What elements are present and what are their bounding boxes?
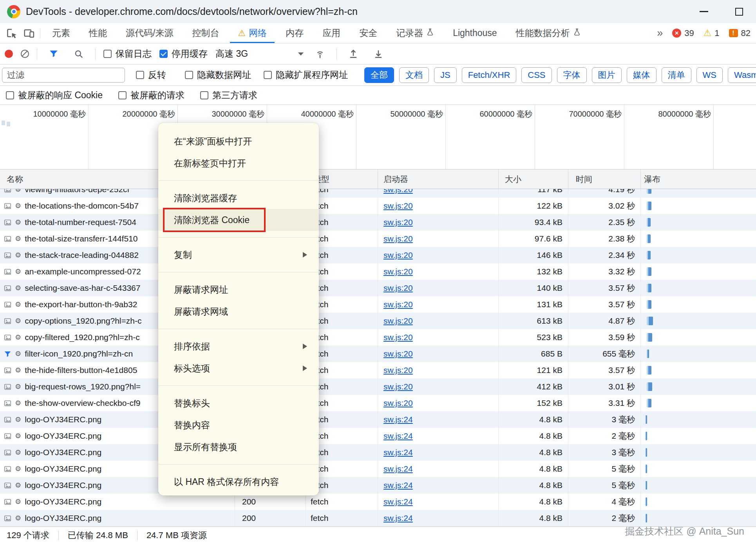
blocked-requests-checkbox[interactable]: 被屏蔽的请求	[118, 89, 184, 101]
throttling-select[interactable]: 高速 3G	[215, 48, 304, 60]
initiator-link[interactable]: sw.js:20	[383, 349, 413, 358]
request-row[interactable]: ⚙the-stack-trace-leading-044882fetchsw.j…	[0, 247, 756, 263]
initiator-link[interactable]: sw.js:20	[383, 366, 413, 375]
initiator-link[interactable]: sw.js:20	[383, 250, 413, 260]
context-menu-item[interactable]: 在新标签页中打开	[158, 152, 319, 174]
inspect-icon[interactable]	[3, 23, 20, 43]
request-row[interactable]: ⚙copy-options_1920.png?hl=zh-cfetchsw.js…	[0, 313, 756, 329]
error-badge[interactable]: × 39	[672, 28, 694, 38]
initiator-link[interactable]: sw.js:20	[383, 333, 413, 342]
tab-控制台[interactable]: 控制台	[183, 23, 228, 43]
record-button[interactable]	[5, 50, 13, 58]
initiator-link[interactable]: sw.js:20	[383, 234, 413, 243]
type-filter-图片[interactable]: 图片	[592, 67, 622, 83]
initiator-link[interactable]: sw.js:20	[383, 300, 413, 309]
filter-input[interactable]	[2, 68, 125, 83]
tab-性能[interactable]: 性能	[80, 23, 116, 43]
request-row[interactable]: ⚙selecting-save-as-har-c-543367fetchsw.j…	[0, 280, 756, 296]
initiator-link[interactable]: sw.js:24	[383, 431, 413, 441]
context-menu-item[interactable]: 显示所有替换项	[158, 436, 319, 458]
initiator-link[interactable]: sw.js:20	[383, 316, 413, 326]
context-menu-item[interactable]: 在“来源”面板中打开	[158, 130, 319, 152]
initiator-link[interactable]: sw.js:20	[383, 267, 413, 276]
tab-Lighthouse[interactable]: Lighthouse	[443, 23, 506, 43]
tab-性能数据分析[interactable]: 性能数据分析	[506, 23, 590, 43]
request-row[interactable]: ⚙logo-OYJ34ERC.pngfetchsw.js:244.8 kB2 毫…	[0, 428, 756, 444]
request-row[interactable]: ⚙filter-icon_1920.png?hl=zh-cnfetchsw.js…	[0, 346, 756, 362]
initiator-link[interactable]: sw.js:20	[383, 398, 413, 408]
type-filter-Wasm[interactable]: Wasm	[728, 67, 756, 83]
column-header-waterfall[interactable]: 瀑布	[641, 169, 756, 189]
search-icon[interactable]	[70, 49, 87, 59]
initiator-link[interactable]: sw.js:24	[383, 497, 413, 506]
request-row[interactable]: ⚙logo-OYJ34ERC.png200fetchsw.js:244.8 kB…	[0, 494, 756, 510]
context-menu-item[interactable]: 屏蔽请求网址	[158, 279, 319, 301]
type-filter-全部[interactable]: 全部	[364, 67, 394, 83]
clear-button[interactable]	[21, 50, 29, 58]
type-filter-CSS[interactable]: CSS	[521, 67, 552, 83]
initiator-link[interactable]: sw.js:24	[383, 448, 413, 457]
type-filter-WS[interactable]: WS	[696, 67, 723, 83]
column-header-size[interactable]: 大小	[499, 169, 568, 189]
filter-toggle-icon[interactable]	[45, 49, 62, 59]
request-row[interactable]: ⚙logo-OYJ34ERC.pngfetchsw.js:244.8 kB5 毫…	[0, 461, 756, 477]
initiator-link[interactable]: sw.js:20	[383, 283, 413, 293]
disable-cache-checkbox[interactable]: 停用缓存	[159, 48, 208, 60]
initiator-link[interactable]: sw.js:20	[383, 382, 413, 391]
minimize-button[interactable]	[698, 6, 710, 18]
type-filter-清单[interactable]: 清单	[662, 67, 691, 83]
tab-安全[interactable]: 安全	[350, 23, 387, 43]
context-menu-item[interactable]: 替换内容	[158, 414, 319, 436]
tab-记录器[interactable]: 记录器	[387, 23, 443, 43]
request-row[interactable]: ⚙logo-OYJ34ERC.pngfetchsw.js:244.8 kB5 毫…	[0, 477, 756, 494]
request-row[interactable]: ⚙viewing-initiators-depe-252cffetchsw.js…	[0, 189, 756, 198]
type-filter-文档[interactable]: 文档	[399, 67, 429, 83]
hide-data-urls-checkbox[interactable]: 隐藏数据网址	[185, 69, 251, 81]
request-row[interactable]: ⚙the-hide-filters-button-4e1d805fetchsw.…	[0, 362, 756, 378]
request-row[interactable]: ⚙the-locations-the-domcon-54b7fetchsw.js…	[0, 198, 756, 214]
more-tabs-icon[interactable]: »	[657, 27, 663, 39]
third-party-checkbox[interactable]: 第三方请求	[200, 89, 257, 101]
context-menu-item[interactable]: 屏蔽请求网域	[158, 301, 319, 322]
initiator-link[interactable]: sw.js:24	[383, 464, 413, 474]
blocked-cookies-checkbox[interactable]: 被屏蔽的响应 Cookie	[6, 89, 103, 101]
tab-元素[interactable]: 元素	[43, 23, 80, 43]
column-header-time[interactable]: 时间	[568, 169, 641, 189]
tab-应用[interactable]: 应用	[313, 23, 350, 43]
request-row[interactable]: ⚙logo-OYJ34ERC.pngfetchsw.js:244.8 kB3 毫…	[0, 444, 756, 461]
export-har-icon[interactable]	[370, 49, 387, 59]
request-row[interactable]: ⚙the-total-size-transferr-144f510fetchsw…	[0, 231, 756, 247]
context-menu-item[interactable]: 清除浏览器缓存	[158, 187, 319, 209]
context-menu-item[interactable]: 替换标头	[158, 392, 319, 414]
invert-checkbox[interactable]: 反转	[136, 69, 166, 81]
hide-extension-urls-checkbox[interactable]: 隐藏扩展程序网址	[264, 69, 348, 81]
tab-网络[interactable]: ⚠网络	[228, 23, 276, 43]
context-menu-item[interactable]: 排序依据	[158, 335, 319, 357]
initiator-link[interactable]: sw.js:24	[383, 513, 413, 523]
device-toolbar-icon[interactable]	[20, 23, 38, 43]
request-row[interactable]: ⚙the-total-number-request-7504fetchsw.js…	[0, 214, 756, 231]
context-menu-item[interactable]: 标头选项	[158, 357, 319, 379]
context-menu-item[interactable]: 复制	[158, 244, 319, 266]
request-row[interactable]: ⚙big-request-rows_1920.png?hl=fetchsw.js…	[0, 378, 756, 395]
import-har-icon[interactable]	[345, 49, 362, 59]
warning-badge[interactable]: ⚠ 1	[704, 28, 720, 38]
request-row[interactable]: ⚙the-show-overview-checkbo-cf9fetchsw.js…	[0, 395, 756, 411]
tab-内存[interactable]: 内存	[276, 23, 313, 43]
initiator-link[interactable]: sw.js:20	[383, 218, 413, 227]
timeline-overview[interactable]: 10000000 毫秒20000000 毫秒30000000 毫秒4000000…	[0, 105, 756, 169]
request-row[interactable]: ⚙logo-OYJ34ERC.png200fetchsw.js:244.8 kB…	[0, 510, 756, 526]
request-row[interactable]: ⚙the-export-har-button-th-9ab32fetchsw.j…	[0, 296, 756, 313]
type-filter-媒体[interactable]: 媒体	[627, 67, 657, 83]
preserve-log-checkbox[interactable]: 保留日志	[103, 48, 152, 60]
initiator-link[interactable]: sw.js:24	[383, 415, 413, 424]
request-row[interactable]: ⚙an-example-uncompressed-072fetchsw.js:2…	[0, 263, 756, 280]
initiator-link[interactable]: sw.js:20	[383, 201, 413, 211]
column-header-initiator[interactable]: 启动器	[378, 169, 499, 189]
context-menu-item[interactable]: 清除浏览器 Cookie	[158, 209, 319, 231]
request-row[interactable]: ⚙copy-filtered_1920.png?hl=zh-cfetchsw.j…	[0, 329, 756, 346]
type-filter-JS[interactable]: JS	[434, 67, 457, 83]
context-menu-item[interactable]: 以 HAR 格式保存所有内容	[158, 471, 319, 493]
initiator-link[interactable]: sw.js:24	[383, 481, 413, 490]
type-filter-字体[interactable]: 字体	[557, 67, 587, 83]
